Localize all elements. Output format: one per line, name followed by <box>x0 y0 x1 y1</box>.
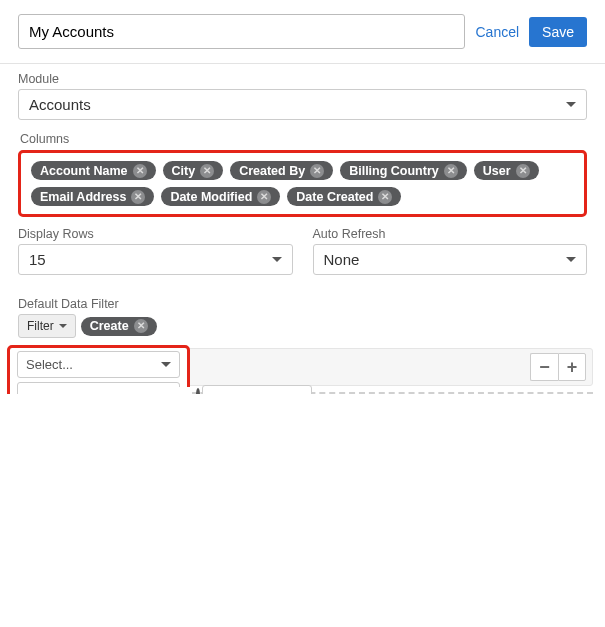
chevron-down-icon <box>566 257 576 262</box>
module-value: Accounts <box>29 96 91 113</box>
chip-label: City <box>172 164 196 178</box>
field-dropdown: Select... Account NameTypeCreated ByAnnu… <box>7 345 190 394</box>
module-label: Module <box>18 72 587 86</box>
chip-label: Billing Country <box>349 164 439 178</box>
column-chip[interactable]: City✕ <box>163 161 224 180</box>
remove-row-button[interactable]: − <box>530 353 558 381</box>
close-icon[interactable]: ✕ <box>310 164 324 178</box>
filter-value-input[interactable] <box>202 385 312 394</box>
cancel-link[interactable]: Cancel <box>475 24 519 40</box>
create-chip-label: Create <box>90 319 129 333</box>
dashlet-title-input[interactable] <box>18 14 465 49</box>
columns-chip-area[interactable]: Account Name✕City✕Created By✕Billing Cou… <box>18 150 587 217</box>
column-chip[interactable]: Billing Country✕ <box>340 161 467 180</box>
add-row-button[interactable]: + <box>558 353 586 381</box>
close-icon[interactable]: ✕ <box>516 164 530 178</box>
column-chip[interactable]: Email Address✕ <box>31 187 154 206</box>
chip-label: Account Name <box>40 164 128 178</box>
display-rows-value: 15 <box>29 251 46 268</box>
field-select-placeholder: Select... <box>26 357 73 372</box>
filter-button-label: Filter <box>27 319 54 333</box>
create-filter-chip[interactable]: Create ✕ <box>81 317 157 336</box>
close-icon[interactable]: ✕ <box>134 319 148 333</box>
close-icon[interactable]: ✕ <box>200 164 214 178</box>
search-icon <box>196 388 200 394</box>
close-icon[interactable]: ✕ <box>444 164 458 178</box>
column-chip[interactable]: Created By✕ <box>230 161 333 180</box>
chevron-down-icon <box>272 257 282 262</box>
chip-label: Date Created <box>296 190 373 204</box>
chevron-down-icon <box>566 102 576 107</box>
column-chip[interactable]: Date Created✕ <box>287 187 401 206</box>
auto-refresh-select[interactable]: None <box>313 244 588 275</box>
default-filter-label: Default Data Filter <box>18 297 587 311</box>
column-chip[interactable]: Account Name✕ <box>31 161 156 180</box>
chevron-down-icon <box>59 324 67 328</box>
auto-refresh-label: Auto Refresh <box>313 227 588 241</box>
column-chip[interactable]: User✕ <box>474 161 539 180</box>
chip-label: Date Modified <box>170 190 252 204</box>
close-icon[interactable]: ✕ <box>378 190 392 204</box>
filter-dropdown-button[interactable]: Filter <box>18 314 76 338</box>
column-chip[interactable]: Date Modified✕ <box>161 187 280 206</box>
save-button[interactable]: Save <box>529 17 587 47</box>
close-icon[interactable]: ✕ <box>133 164 147 178</box>
auto-refresh-value: None <box>324 251 360 268</box>
columns-label: Columns <box>20 132 587 146</box>
field-select-toggle[interactable]: Select... <box>17 351 180 378</box>
chip-label: Email Address <box>40 190 126 204</box>
chip-label: Created By <box>239 164 305 178</box>
chip-label: User <box>483 164 511 178</box>
module-select[interactable]: Accounts <box>18 89 587 120</box>
display-rows-label: Display Rows <box>18 227 293 241</box>
display-rows-select[interactable]: 15 <box>18 244 293 275</box>
close-icon[interactable]: ✕ <box>257 190 271 204</box>
dropdown-search <box>17 382 180 394</box>
close-icon[interactable]: ✕ <box>131 190 145 204</box>
search-input[interactable] <box>24 387 192 394</box>
chevron-down-icon <box>161 362 171 367</box>
